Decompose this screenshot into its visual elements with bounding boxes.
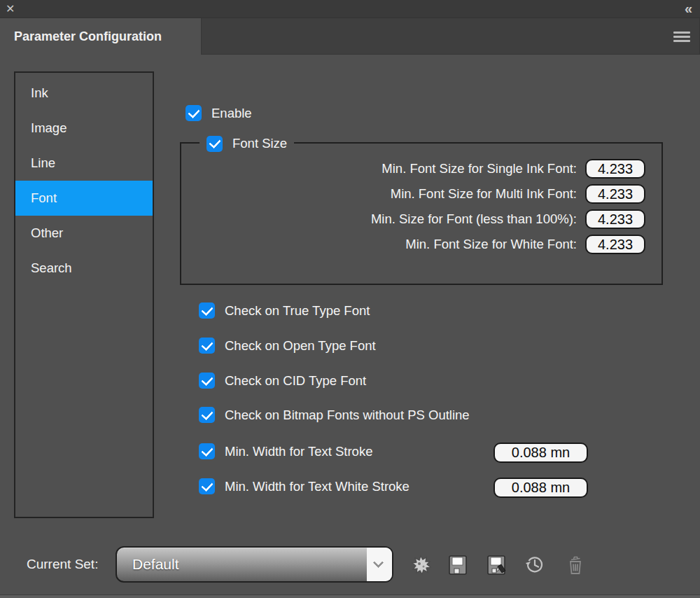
- close-icon[interactable]: ✕: [6, 1, 15, 17]
- sidebar-item-line[interactable]: Line: [15, 146, 153, 181]
- font-size-group: Font Size Min. Font Size for Single Ink …: [180, 142, 663, 285]
- text-stroke-checkbox[interactable]: [199, 443, 215, 459]
- white-font-input[interactable]: [585, 235, 645, 254]
- truetype-checkbox[interactable]: [199, 303, 215, 319]
- text-white-stroke-label: Min. Width for Text White Stroke: [225, 479, 410, 494]
- font-size-row: Min. Font Size for White Font:: [181, 235, 662, 254]
- check-row: Check on Bitmap Fonts without PS Outline: [199, 407, 470, 423]
- text-white-stroke-checkbox[interactable]: [199, 478, 215, 494]
- panel-titlebar: ✕ «: [0, 0, 700, 18]
- single-ink-font-label: Min. Font Size for Single Ink Font:: [382, 159, 577, 179]
- sidebar-item-font[interactable]: Font: [15, 181, 153, 216]
- bitmap-label: Check on Bitmap Fonts without PS Outline: [225, 408, 470, 423]
- save-as-icon[interactable]: [486, 554, 507, 576]
- delete-icon[interactable]: [565, 554, 586, 576]
- tab-title: Parameter Configuration: [0, 18, 201, 55]
- font-size-label: Font Size: [232, 136, 287, 151]
- opentype-label: Check on Open Type Font: [225, 338, 376, 354]
- enable-row: Enable: [186, 105, 252, 121]
- category-list: Ink Image Line Font Other Search: [14, 71, 154, 518]
- chevron-down-icon: [373, 557, 384, 569]
- current-set-dropdown[interactable]: Default: [115, 546, 393, 583]
- sidebar-item-ink[interactable]: Ink: [15, 76, 153, 111]
- panel-bottom-edge: [0, 594, 700, 598]
- font-size-legend: Font Size: [200, 134, 294, 153]
- check-row: Check on Open Type Font: [199, 338, 376, 354]
- cidtype-label: Check on CID Type Font: [225, 373, 366, 389]
- check-row: Check on CID Type Font: [199, 373, 366, 389]
- less-than-100-label: Min. Size for Font (less than 100%):: [371, 209, 577, 229]
- font-size-checkbox[interactable]: [206, 136, 223, 152]
- sidebar-item-search[interactable]: Search: [15, 251, 153, 286]
- bitmap-checkbox[interactable]: [199, 407, 215, 423]
- text-stroke-input[interactable]: [493, 443, 588, 463]
- multi-ink-font-input[interactable]: [585, 184, 645, 204]
- font-size-row: Min. Font Size for Single Ink Font:: [181, 159, 662, 179]
- text-white-stroke-input[interactable]: [493, 478, 588, 498]
- white-font-label: Min. Font Size for White Font:: [405, 235, 577, 254]
- less-than-100-input[interactable]: [585, 209, 645, 229]
- save-icon[interactable]: [447, 554, 468, 576]
- enable-checkbox[interactable]: [186, 105, 202, 121]
- collapse-panel-icon[interactable]: «: [685, 0, 692, 17]
- enable-label: Enable: [211, 106, 252, 121]
- font-size-row: Min. Size for Font (less than 100%):: [181, 209, 662, 229]
- truetype-label: Check on True Type Font: [225, 303, 370, 319]
- check-row: Min. Width for Text White Stroke: [199, 478, 410, 494]
- multi-ink-font-label: Min. Font Size for Multi Ink Font:: [391, 184, 577, 204]
- current-set-label: Current Set:: [27, 557, 98, 572]
- sidebar-item-other[interactable]: Other: [15, 216, 153, 251]
- sidebar-item-image[interactable]: Image: [15, 111, 153, 146]
- tab-parameter-configuration[interactable]: Parameter Configuration: [0, 18, 201, 55]
- font-size-row: Min. Font Size for Multi Ink Font:: [181, 184, 662, 204]
- panel-menu-icon[interactable]: [673, 32, 690, 41]
- check-row: Min. Width for Text Stroke: [199, 443, 372, 459]
- new-set-icon[interactable]: [410, 554, 431, 576]
- single-ink-font-input[interactable]: [585, 159, 645, 179]
- text-stroke-label: Min. Width for Text Stroke: [225, 444, 372, 459]
- dropdown-chevron-box[interactable]: [367, 548, 392, 581]
- history-icon[interactable]: [524, 554, 545, 576]
- current-set-value: Default: [132, 548, 179, 581]
- cidtype-checkbox[interactable]: [199, 373, 215, 389]
- check-row: Check on True Type Font: [199, 303, 370, 319]
- tab-strip: [201, 18, 700, 55]
- opentype-checkbox[interactable]: [199, 338, 215, 354]
